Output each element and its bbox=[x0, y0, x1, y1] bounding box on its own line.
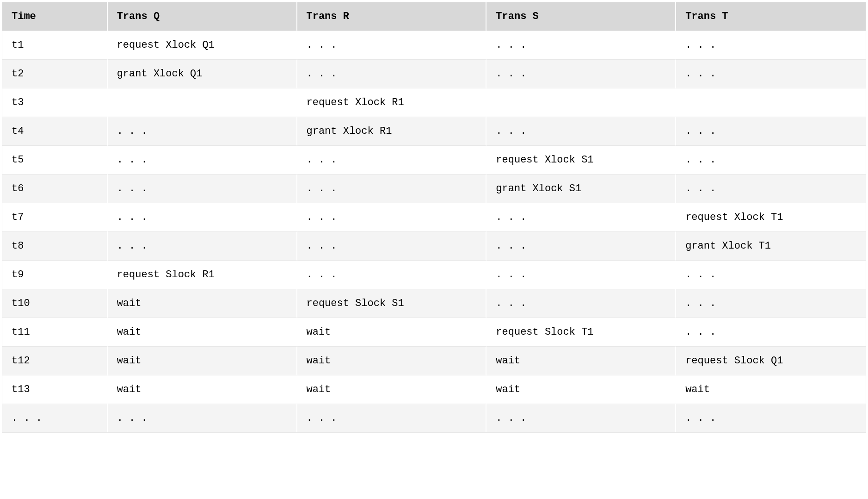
table-row: t13 wait wait wait wait bbox=[2, 375, 866, 404]
cell-trans-r: . . . bbox=[297, 203, 487, 232]
cell-trans-s: wait bbox=[486, 375, 676, 404]
cell-trans-r: . . . bbox=[297, 175, 487, 203]
cell-time: t12 bbox=[2, 347, 108, 375]
table-row: t1 request Xlock Q1 . . . . . . . . . bbox=[2, 31, 866, 60]
cell-trans-q: . . . bbox=[108, 404, 297, 432]
col-header-trans-q: Trans Q bbox=[108, 2, 297, 31]
cell-trans-t: . . . bbox=[676, 289, 866, 318]
cell-trans-r: wait bbox=[297, 375, 487, 404]
cell-trans-q: grant Xlock Q1 bbox=[108, 60, 297, 88]
cell-trans-s: . . . bbox=[486, 261, 676, 289]
cell-trans-t: grant Xlock T1 bbox=[676, 232, 866, 261]
cell-time: t13 bbox=[2, 375, 108, 404]
cell-trans-t: request Xlock T1 bbox=[676, 203, 866, 232]
cell-trans-q: wait bbox=[108, 347, 297, 375]
cell-trans-t: request Slock Q1 bbox=[676, 347, 866, 375]
cell-time: . . . bbox=[2, 404, 108, 432]
cell-trans-t: . . . bbox=[676, 261, 866, 289]
cell-trans-q: request Xlock Q1 bbox=[108, 31, 297, 60]
cell-trans-s: . . . bbox=[486, 31, 676, 60]
cell-trans-t: . . . bbox=[676, 117, 866, 146]
table-body: t1 request Xlock Q1 . . . . . . . . . t2… bbox=[2, 31, 866, 432]
cell-trans-t: . . . bbox=[676, 60, 866, 88]
cell-time: t4 bbox=[2, 117, 108, 146]
cell-trans-r: . . . bbox=[297, 404, 487, 432]
cell-time: t6 bbox=[2, 175, 108, 203]
cell-trans-r: . . . bbox=[297, 261, 487, 289]
cell-trans-t: . . . bbox=[676, 146, 866, 175]
cell-trans-r: wait bbox=[297, 347, 487, 375]
cell-trans-q: . . . bbox=[108, 175, 297, 203]
cell-time: t1 bbox=[2, 31, 108, 60]
cell-trans-q: request Slock R1 bbox=[108, 261, 297, 289]
table-row: t4 . . . grant Xlock R1 . . . . . . bbox=[2, 117, 866, 146]
cell-trans-r: wait bbox=[297, 318, 487, 347]
cell-trans-s: . . . bbox=[486, 404, 676, 432]
cell-trans-t: . . . bbox=[676, 318, 866, 347]
table-row: t10 wait request Slock S1 . . . . . . bbox=[2, 289, 866, 318]
col-header-trans-r: Trans R bbox=[297, 2, 487, 31]
col-header-trans-s: Trans S bbox=[486, 2, 676, 31]
cell-time: t2 bbox=[2, 60, 108, 88]
cell-trans-s: grant Xlock S1 bbox=[486, 175, 676, 203]
cell-trans-r: request Xlock R1 bbox=[297, 88, 487, 117]
cell-trans-s: wait bbox=[486, 347, 676, 375]
table-row: t2 grant Xlock Q1 . . . . . . . . . bbox=[2, 60, 866, 88]
cell-trans-r: grant Xlock R1 bbox=[297, 117, 487, 146]
table-row: t3 request Xlock R1 bbox=[2, 88, 866, 117]
table-row: t11 wait wait request Slock T1 . . . bbox=[2, 318, 866, 347]
cell-trans-t: wait bbox=[676, 375, 866, 404]
table-row: t12 wait wait wait request Slock Q1 bbox=[2, 347, 866, 375]
cell-time: t7 bbox=[2, 203, 108, 232]
table-row: t9 request Slock R1 . . . . . . . . . bbox=[2, 261, 866, 289]
cell-time: t3 bbox=[2, 88, 108, 117]
cell-trans-q: . . . bbox=[108, 117, 297, 146]
cell-trans-q: wait bbox=[108, 375, 297, 404]
cell-trans-s: . . . bbox=[486, 203, 676, 232]
cell-time: t9 bbox=[2, 261, 108, 289]
col-header-time: Time bbox=[2, 2, 108, 31]
cell-trans-s: request Xlock S1 bbox=[486, 146, 676, 175]
cell-trans-q bbox=[108, 88, 297, 117]
cell-trans-t: . . . bbox=[676, 31, 866, 60]
cell-time: t11 bbox=[2, 318, 108, 347]
cell-trans-r: . . . bbox=[297, 232, 487, 261]
table-row: t6 . . . . . . grant Xlock S1 . . . bbox=[2, 175, 866, 203]
cell-trans-q: wait bbox=[108, 318, 297, 347]
cell-trans-r: request Slock S1 bbox=[297, 289, 487, 318]
table-row: t8 . . . . . . . . . grant Xlock T1 bbox=[2, 232, 866, 261]
cell-trans-s: . . . bbox=[486, 117, 676, 146]
col-header-trans-t: Trans T bbox=[676, 2, 866, 31]
lock-schedule-table: Time Trans Q Trans R Trans S Trans T t1 … bbox=[2, 2, 866, 433]
table-row: t5 . . . . . . request Xlock S1 . . . bbox=[2, 146, 866, 175]
cell-trans-q: . . . bbox=[108, 232, 297, 261]
cell-trans-r: . . . bbox=[297, 60, 487, 88]
cell-trans-s: . . . bbox=[486, 232, 676, 261]
cell-time: t10 bbox=[2, 289, 108, 318]
cell-trans-t: . . . bbox=[676, 404, 866, 432]
cell-trans-r: . . . bbox=[297, 31, 487, 60]
table-row: t7 . . . . . . . . . request Xlock T1 bbox=[2, 203, 866, 232]
cell-time: t8 bbox=[2, 232, 108, 261]
table-header-row: Time Trans Q Trans R Trans S Trans T bbox=[2, 2, 866, 31]
cell-trans-q: . . . bbox=[108, 203, 297, 232]
table-row: . . . . . . . . . . . . . . . bbox=[2, 404, 866, 432]
cell-trans-r: . . . bbox=[297, 146, 487, 175]
cell-trans-t: . . . bbox=[676, 175, 866, 203]
cell-trans-q: wait bbox=[108, 289, 297, 318]
cell-trans-s: request Slock T1 bbox=[486, 318, 676, 347]
cell-time: t5 bbox=[2, 146, 108, 175]
cell-trans-s bbox=[486, 88, 676, 117]
cell-trans-s: . . . bbox=[486, 289, 676, 318]
cell-trans-t bbox=[676, 88, 866, 117]
cell-trans-q: . . . bbox=[108, 146, 297, 175]
cell-trans-s: . . . bbox=[486, 60, 676, 88]
